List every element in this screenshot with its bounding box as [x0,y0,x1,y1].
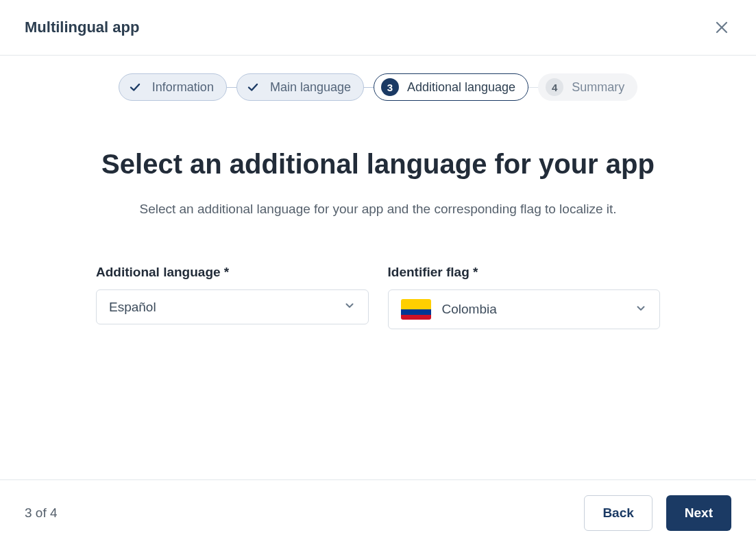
step-number-badge: 3 [381,78,399,96]
step-label: Information [152,80,214,95]
content-area: Select an additional language for your a… [0,108,756,479]
step-connector [528,87,538,88]
page-heading: Select an additional language for your a… [96,149,660,180]
check-icon [126,78,144,96]
form-row: Additional language * Español Identifier… [96,265,660,329]
close-button[interactable] [711,16,733,38]
step-number-badge: 4 [546,78,563,96]
dialog-header: Multilingual app [0,0,756,56]
check-icon [244,78,262,96]
step-connector [227,87,236,88]
chevron-down-icon [343,299,356,315]
language-select-value: Español [109,300,156,315]
dialog-footer: 3 of 4 Back Next [0,479,756,546]
language-select[interactable]: Español [96,289,369,324]
flag-select[interactable]: Colombia [388,289,661,329]
step-counter: 3 of 4 [25,506,58,521]
footer-buttons: Back Next [584,495,731,531]
chevron-down-icon [635,302,647,318]
stepper: Information Main language 3 Additional l… [0,56,756,108]
close-icon [715,21,729,34]
form-field-flag: Identifier flag * Colombia [388,265,661,329]
page-subtext: Select an additional language for your a… [96,202,660,217]
step-label: Additional language [407,80,515,95]
dialog-title: Multilingual app [25,19,139,36]
step-connector [364,87,374,88]
back-button[interactable]: Back [584,495,652,531]
form-field-language: Additional language * Español [96,265,369,329]
next-button[interactable]: Next [666,495,731,531]
step-additional-language[interactable]: 3 Additional language [374,73,528,101]
flag-label: Identifier flag * [388,265,661,280]
step-label: Main language [270,80,351,95]
flag-icon-colombia [401,299,431,320]
flag-select-value: Colombia [442,302,497,317]
step-summary: 4 Summary [538,73,637,101]
step-information[interactable]: Information [119,73,227,101]
step-main-language[interactable]: Main language [236,73,364,101]
language-label: Additional language * [96,265,369,280]
step-label: Summary [572,80,624,95]
